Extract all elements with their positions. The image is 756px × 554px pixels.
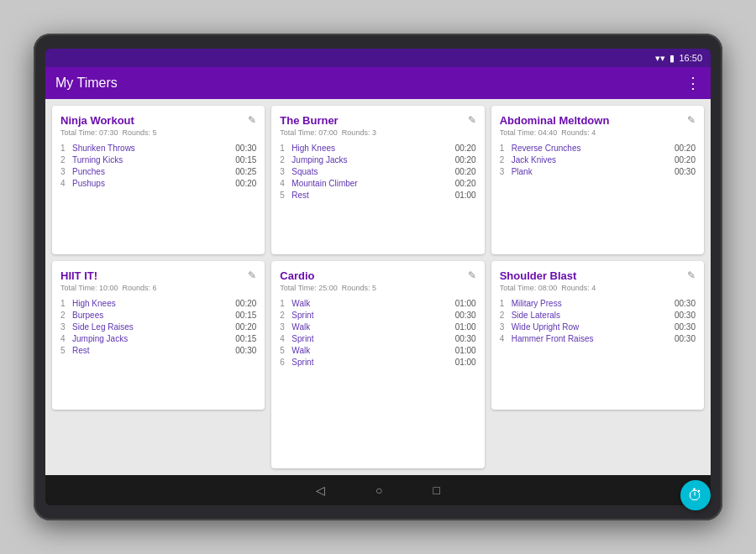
- exercise-list: 1Reverse Crunches00:20 2Jack Knives00:20…: [500, 142, 696, 177]
- card-title: Abdominal Meltdown: [500, 114, 610, 127]
- nav-bar: ◁ ○ □: [45, 475, 711, 505]
- list-item: 6Sprint01:00: [280, 356, 475, 368]
- card-meta: Total Time: 08:00 Rounds: 4: [500, 284, 696, 292]
- card-title: HIIT IT!: [60, 269, 97, 282]
- edit-icon[interactable]: ✎: [468, 114, 476, 126]
- wifi-icon: ▾▾: [655, 53, 665, 64]
- main-content: Ninja Workout ✎ Total Time: 07:30 Rounds…: [45, 99, 711, 475]
- list-item: 1Reverse Crunches00:20: [500, 142, 696, 154]
- card-meta: Total Time: 07:30 Rounds: 5: [60, 128, 256, 137]
- status-icons: ▾▾ ▮ 16:50: [655, 53, 702, 64]
- app-bar: My Timers ⋮: [45, 67, 711, 99]
- list-item: 3Punches00:25: [60, 165, 256, 177]
- status-time: 16:50: [679, 53, 702, 63]
- card-title: Cardio: [280, 269, 314, 282]
- add-timer-fab[interactable]: ⏱: [680, 480, 711, 505]
- recent-button[interactable]: □: [433, 483, 440, 497]
- list-item: 2Turning Kicks00:15: [60, 154, 256, 165]
- list-item: 5Rest01:00: [280, 189, 475, 201]
- list-item: 4Hammer Front Raises00:30: [500, 332, 696, 344]
- list-item: 5Walk01:00: [280, 344, 475, 356]
- card-header: HIIT IT! ✎: [60, 269, 256, 282]
- list-item: 3Squats00:20: [280, 165, 475, 177]
- app-title: My Timers: [55, 76, 118, 91]
- card-header: The Burner ✎: [280, 114, 475, 127]
- list-item: 2Jack Knives00:20: [500, 154, 696, 165]
- list-item: 4Jumping Jacks00:15: [60, 332, 256, 344]
- list-item: 2Burpees00:15: [60, 309, 256, 321]
- card-meta: Total Time: 25:00 Rounds: 5: [280, 284, 475, 292]
- list-item: 5Rest00:30: [60, 344, 256, 356]
- card-hiit-it[interactable]: HIIT IT! ✎ Total Time: 10:00 Rounds: 6 1…: [52, 261, 265, 410]
- card-shoulder-blast[interactable]: Shoulder Blast ✎ Total Time: 08:00 Round…: [491, 261, 704, 410]
- card-meta: Total Time: 10:00 Rounds: 6: [60, 284, 256, 292]
- list-item: 2Side Laterals00:30: [500, 309, 696, 321]
- card-the-burner[interactable]: The Burner ✎ Total Time: 07:00 Rounds: 3…: [271, 106, 484, 254]
- card-header: Abdominal Meltdown ✎: [500, 114, 696, 127]
- card-abdominal-meltdown[interactable]: Abdominal Meltdown ✎ Total Time: 04:40 R…: [491, 106, 704, 254]
- list-item: 3Plank00:30: [500, 165, 696, 177]
- exercise-list: 1High Knees00:20 2Jumping Jacks00:20 3Sq…: [280, 142, 475, 201]
- timer-add-icon: ⏱: [688, 487, 703, 504]
- list-item: 1Walk01:00: [280, 297, 475, 309]
- card-cardio[interactable]: Cardio ✎ Total Time: 25:00 Rounds: 5 1Wa…: [271, 261, 484, 468]
- list-item: 3Side Leg Raises00:20: [60, 321, 256, 332]
- list-item: 1High Knees00:20: [280, 142, 475, 154]
- card-meta: Total Time: 04:40 Rounds: 4: [500, 128, 696, 137]
- status-bar: ▾▾ ▮ 16:50: [45, 49, 711, 67]
- card-header: Shoulder Blast ✎: [500, 269, 696, 282]
- exercise-list: 1Military Press00:30 2Side Laterals00:30…: [500, 297, 696, 344]
- edit-icon[interactable]: ✎: [248, 114, 256, 126]
- home-button[interactable]: ○: [375, 483, 382, 497]
- list-item: 1Shuriken Throws00:30: [60, 142, 256, 154]
- card-title: The Burner: [280, 114, 338, 127]
- edit-icon[interactable]: ✎: [687, 269, 696, 281]
- card-meta: Total Time: 07:00 Rounds: 3: [280, 128, 475, 137]
- list-item: 4Sprint00:30: [280, 332, 475, 344]
- list-item: 3Walk01:00: [280, 321, 475, 332]
- card-title: Ninja Workout: [60, 114, 134, 127]
- list-item: 3Wide Upright Row00:30: [500, 321, 696, 332]
- exercise-list: 1Shuriken Throws00:30 2Turning Kicks00:1…: [60, 142, 256, 189]
- edit-icon[interactable]: ✎: [687, 114, 696, 126]
- list-item: 4Pushups00:20: [60, 177, 256, 189]
- list-item: 2Sprint00:30: [280, 309, 475, 321]
- card-title: Shoulder Blast: [500, 269, 577, 282]
- card-header: Cardio ✎: [280, 269, 475, 282]
- list-item: 1Military Press00:30: [500, 297, 696, 309]
- card-ninja-workout[interactable]: Ninja Workout ✎ Total Time: 07:30 Rounds…: [52, 106, 265, 254]
- exercise-list: 1Walk01:00 2Sprint00:30 3Walk01:00 4Spri…: [280, 297, 475, 368]
- battery-icon: ▮: [669, 53, 675, 64]
- list-item: 1High Knees00:20: [60, 297, 256, 309]
- tablet-screen: ▾▾ ▮ 16:50 My Timers ⋮ Ninja Workout ✎ T…: [45, 49, 711, 505]
- list-item: 2Jumping Jacks00:20: [280, 154, 475, 165]
- tablet-device: ▾▾ ▮ 16:50 My Timers ⋮ Ninja Workout ✎ T…: [34, 34, 722, 520]
- card-header: Ninja Workout ✎: [60, 114, 256, 127]
- back-button[interactable]: ◁: [316, 483, 325, 497]
- exercise-list: 1High Knees00:20 2Burpees00:15 3Side Leg…: [60, 297, 256, 356]
- list-item: 4Mountain Climber00:20: [280, 177, 475, 189]
- overflow-menu-button[interactable]: ⋮: [685, 74, 701, 92]
- edit-icon[interactable]: ✎: [468, 269, 476, 281]
- edit-icon[interactable]: ✎: [248, 269, 256, 281]
